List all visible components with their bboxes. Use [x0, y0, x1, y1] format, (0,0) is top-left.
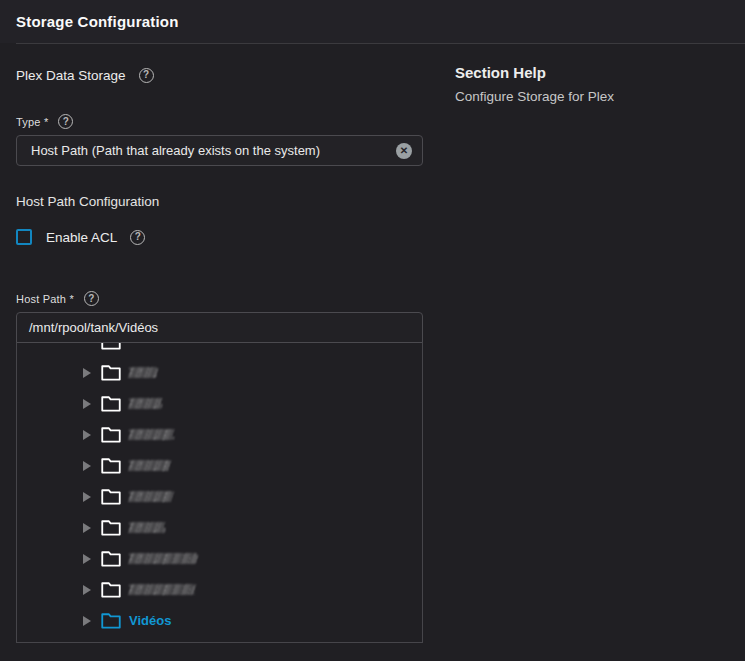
clear-selection-icon[interactable]: ✕: [396, 143, 412, 159]
folder-icon: [101, 364, 121, 381]
page-title: Storage Configuration: [16, 13, 179, 30]
folder-icon: [101, 395, 121, 412]
expand-arrow-icon[interactable]: [83, 492, 91, 502]
tree-row[interactable]: [17, 419, 422, 450]
type-field-label-row: Type * ?: [16, 114, 423, 129]
type-select-value: Host Path (Path that already exists on t…: [31, 143, 396, 158]
section-help-title: Section Help: [455, 64, 735, 81]
folder-icon: [101, 550, 121, 567]
folder-icon: [101, 426, 121, 443]
redacted-folder-name: [128, 522, 165, 533]
redacted-folder-name: [128, 584, 195, 595]
plex-data-storage-label: Plex Data Storage: [16, 68, 126, 83]
redacted-folder-name: [128, 367, 157, 378]
help-icon[interactable]: ?: [130, 230, 145, 245]
host-path-input-value: /mnt/rpool/tank/Vidéos: [29, 320, 158, 335]
required-marker: *: [44, 116, 48, 128]
section-help-body: Configure Storage for Plex: [455, 89, 735, 104]
expand-arrow-icon[interactable]: [83, 616, 91, 626]
tree-row[interactable]: [17, 450, 422, 481]
help-icon[interactable]: ?: [139, 68, 154, 83]
redacted-folder-name: [128, 491, 173, 502]
tree-row[interactable]: [17, 388, 422, 419]
host-path-input[interactable]: /mnt/rpool/tank/Vidéos: [16, 312, 423, 343]
expand-arrow-icon[interactable]: [83, 399, 91, 409]
host-path-label: Host Path *: [16, 293, 74, 305]
enable-acl-row: Enable ACL ?: [16, 228, 423, 246]
tree-row[interactable]: [17, 342, 422, 357]
expand-arrow-icon[interactable]: [83, 585, 91, 595]
folder-icon: [101, 457, 121, 474]
section-help-panel: Section Help Configure Storage for Plex: [455, 64, 735, 104]
tree-row[interactable]: [17, 543, 422, 574]
folder-icon: [101, 488, 121, 505]
expand-arrow-icon[interactable]: [83, 523, 91, 533]
expand-arrow-icon[interactable]: [83, 554, 91, 564]
tree-row[interactable]: [17, 481, 422, 512]
host-path-label-row: Host Path * ?: [16, 291, 423, 306]
folder-name[interactable]: Vidéos: [129, 613, 171, 628]
storage-configuration-screen: { "window": { "title": "Storage Configur…: [0, 0, 745, 661]
redacted-folder-name: [128, 398, 162, 409]
folder-icon: [101, 519, 121, 536]
tree-row[interactable]: [17, 512, 422, 543]
redacted-folder-name: [128, 460, 170, 471]
plex-data-storage-row: Plex Data Storage ?: [16, 67, 423, 83]
filesystem-tree: Vidéos: [17, 342, 422, 636]
expand-arrow-icon[interactable]: [83, 430, 91, 440]
tree-row-vidéos[interactable]: Vidéos: [17, 605, 422, 636]
enable-acl-label[interactable]: Enable ACL: [46, 230, 117, 245]
storage-form: Plex Data Storage ? Type * ? Host Path (…: [16, 44, 423, 643]
redacted-folder-name: [128, 553, 197, 564]
expand-arrow-icon[interactable]: [83, 461, 91, 471]
redacted-folder-name: [128, 429, 174, 440]
expand-arrow-icon[interactable]: [83, 368, 91, 378]
filesystem-tree-panel[interactable]: Vidéos: [16, 342, 423, 643]
required-marker: *: [69, 293, 73, 305]
tree-row[interactable]: [17, 574, 422, 605]
folder-icon: [101, 612, 121, 629]
enable-acl-checkbox[interactable]: [16, 229, 32, 245]
type-field-label: Type *: [16, 116, 48, 128]
type-select[interactable]: Host Path (Path that already exists on t…: [16, 135, 423, 166]
folder-icon: [101, 342, 121, 350]
section-header: Storage Configuration: [0, 0, 745, 43]
folder-icon: [101, 581, 121, 598]
tree-row[interactable]: [17, 357, 422, 388]
help-icon[interactable]: ?: [84, 291, 99, 306]
help-icon[interactable]: ?: [58, 114, 73, 129]
host-path-configuration-heading: Host Path Configuration: [16, 194, 423, 210]
